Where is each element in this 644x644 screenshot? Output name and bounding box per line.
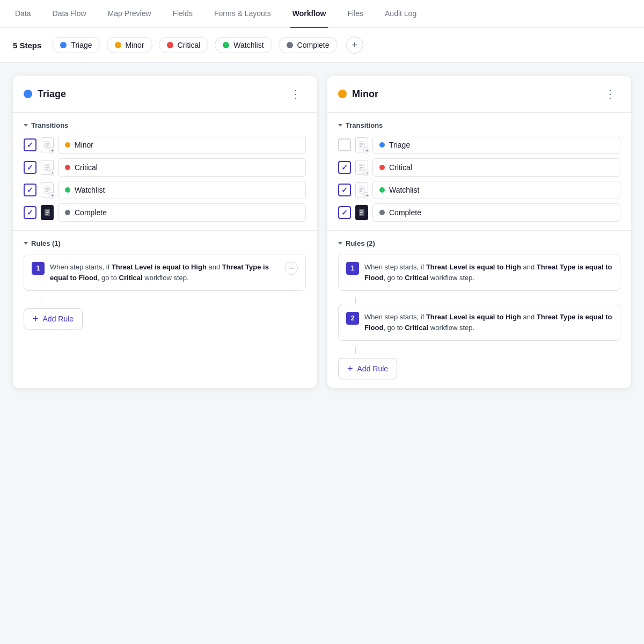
step-label-minor: Minor xyxy=(126,41,144,49)
doc-icon-triage-card-0[interactable]: + xyxy=(41,137,54,152)
transitions-section-minor-card: Transitions +Triage +Critical +Watchlist xyxy=(327,113,631,231)
rule-card-triage-card-0: 1When step starts, if Threat Level is eq… xyxy=(24,254,306,291)
nav-item-files[interactable]: Files xyxy=(345,0,365,28)
add-rule-plus-icon: + xyxy=(33,314,39,324)
transition-checkbox-minor-card-0[interactable] xyxy=(338,138,351,151)
add-rule-plus-icon: + xyxy=(347,364,353,374)
step-dot-watchlist xyxy=(223,42,229,48)
transition-text-minor-card-2: Watchlist xyxy=(389,186,419,194)
transition-checkbox-triage-card-0[interactable] xyxy=(24,138,36,151)
card-title-triage-card: Triage xyxy=(24,89,66,100)
transition-row-triage-card-2: +Watchlist xyxy=(24,181,306,199)
card-title-text-triage-card: Triage xyxy=(38,89,66,100)
transition-dot-minor-card-2 xyxy=(379,187,385,193)
nav-item-data-flow[interactable]: Data Flow xyxy=(50,0,89,28)
rules-section-triage-card: Rules (1)1When step starts, if Threat Le… xyxy=(13,231,317,338)
rule-card-minor-card-1: 2When step starts, if Threat Level is eq… xyxy=(338,304,620,341)
nav-item-audit-log[interactable]: Audit Log xyxy=(383,0,419,28)
step-pill-critical[interactable]: Critical xyxy=(159,37,209,53)
rules-section-minor-card: Rules (2)1When step starts, if Threat Le… xyxy=(327,231,631,388)
nav-item-map-preview[interactable]: Map Preview xyxy=(106,0,153,28)
doc-icon-minor-card-3[interactable] xyxy=(355,205,368,220)
transition-row-minor-card-2: +Watchlist xyxy=(338,181,620,199)
transition-row-minor-card-0: +Triage xyxy=(338,136,620,154)
transitions-label-triage-card: Transitions xyxy=(31,121,68,129)
doc-icon-minor-card-2[interactable]: + xyxy=(355,182,368,197)
steps-label: 5 Steps xyxy=(13,41,41,50)
rules-label-minor-card: Rules (2) xyxy=(346,239,375,247)
transition-text-triage-card-0: Minor xyxy=(75,141,93,149)
transition-checkbox-minor-card-2[interactable] xyxy=(338,184,351,196)
transition-checkbox-minor-card-3[interactable] xyxy=(338,206,351,219)
transition-dot-triage-card-3 xyxy=(65,210,70,215)
transition-text-triage-card-2: Watchlist xyxy=(75,186,105,194)
rule-minus-button-triage-card-0[interactable]: − xyxy=(285,262,298,275)
transition-checkbox-triage-card-3[interactable] xyxy=(24,206,36,219)
transitions-title-triage-card: Transitions xyxy=(24,121,306,129)
connector-line xyxy=(355,347,356,354)
add-rule-label-minor-card: Add Rule xyxy=(357,364,389,373)
nav-item-workflow[interactable]: Workflow xyxy=(290,0,328,28)
more-button-minor-card[interactable]: ⋮ xyxy=(601,85,620,103)
transition-label-triage-card-2: Watchlist xyxy=(58,181,306,199)
top-navigation: DataData FlowMap PreviewFieldsForms & La… xyxy=(0,0,644,28)
transition-row-triage-card-0: +Minor xyxy=(24,136,306,154)
connector-line xyxy=(355,297,356,304)
transition-label-triage-card-0: Minor xyxy=(58,136,306,154)
transition-dot-minor-card-3 xyxy=(379,210,385,215)
add-rule-button-triage-card[interactable]: +Add Rule xyxy=(24,308,83,330)
step-pill-triage[interactable]: Triage xyxy=(52,37,100,53)
transitions-title-minor-card: Transitions xyxy=(338,121,620,129)
transition-dot-triage-card-0 xyxy=(65,142,70,148)
rule-number-triage-card-0: 1 xyxy=(32,262,45,275)
transition-checkbox-triage-card-1[interactable] xyxy=(24,161,36,174)
card-header-triage-card: Triage⋮ xyxy=(13,76,317,113)
doc-icon-triage-card-1[interactable]: + xyxy=(41,160,54,175)
transition-row-minor-card-3: Complete xyxy=(338,203,620,222)
transition-label-triage-card-1: Critical xyxy=(58,158,306,177)
nav-item-forms-layouts[interactable]: Forms & Layouts xyxy=(212,0,273,28)
doc-icon-minor-card-0[interactable]: + xyxy=(355,137,368,152)
chevron-down-icon xyxy=(24,124,28,127)
nav-item-data[interactable]: Data xyxy=(13,0,33,28)
step-label-critical: Critical xyxy=(178,41,201,49)
card-header-minor-card: Minor⋮ xyxy=(327,76,631,113)
nav-item-fields[interactable]: Fields xyxy=(171,0,195,28)
transition-label-minor-card-1: Critical xyxy=(372,158,620,177)
transition-label-minor-card-3: Complete xyxy=(372,203,620,222)
doc-icon-triage-card-3[interactable] xyxy=(41,205,54,220)
more-button-triage-card[interactable]: ⋮ xyxy=(286,85,306,103)
step-pill-watchlist[interactable]: Watchlist xyxy=(215,37,272,53)
transition-checkbox-triage-card-2[interactable] xyxy=(24,184,36,196)
doc-icon-triage-card-2[interactable]: + xyxy=(41,182,54,197)
add-rule-button-minor-card[interactable]: +Add Rule xyxy=(338,358,397,379)
card-dot-triage-card xyxy=(24,90,32,98)
transition-dot-triage-card-1 xyxy=(65,165,70,170)
card-title-minor-card: Minor xyxy=(338,89,378,100)
transition-text-minor-card-3: Complete xyxy=(389,208,421,217)
doc-icon-minor-card-1[interactable]: + xyxy=(355,160,368,175)
step-label-complete: Complete xyxy=(297,41,330,49)
transition-label-triage-card-3: Complete xyxy=(58,203,306,222)
transition-dot-triage-card-2 xyxy=(65,187,70,193)
rule-text-minor-card-0: When step starts, if Threat Level is equ… xyxy=(364,262,612,283)
transition-text-minor-card-1: Critical xyxy=(389,163,412,172)
transition-row-triage-card-1: +Critical xyxy=(24,158,306,177)
add-step-button[interactable]: + xyxy=(346,36,363,54)
chevron-down-icon xyxy=(338,124,342,127)
chevron-down-icon xyxy=(338,242,342,245)
transition-row-minor-card-1: +Critical xyxy=(338,158,620,177)
transition-label-minor-card-2: Watchlist xyxy=(372,181,620,199)
transition-dot-minor-card-1 xyxy=(379,165,385,170)
transition-checkbox-minor-card-1[interactable] xyxy=(338,161,351,174)
transition-text-triage-card-1: Critical xyxy=(75,163,98,172)
card-minor-card: Minor⋮Transitions +Triage +Critical +Wat… xyxy=(327,76,631,388)
step-pill-minor[interactable]: Minor xyxy=(107,37,152,53)
chevron-down-icon xyxy=(24,242,28,245)
step-pill-complete[interactable]: Complete xyxy=(279,37,338,53)
transitions-section-triage-card: Transitions +Minor +Critical +Watchlist xyxy=(13,113,317,231)
rule-number-minor-card-0: 1 xyxy=(346,262,359,275)
card-title-text-minor-card: Minor xyxy=(352,89,378,100)
step-dot-complete xyxy=(287,42,293,48)
transition-label-minor-card-0: Triage xyxy=(372,136,620,154)
